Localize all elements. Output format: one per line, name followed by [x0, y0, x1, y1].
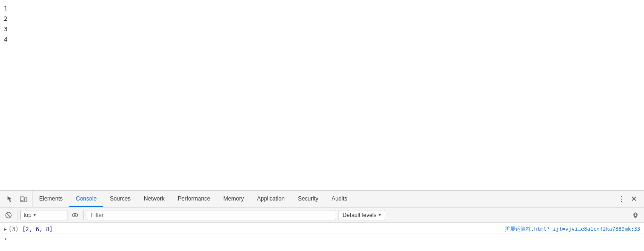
clear-console-icon — [5, 212, 12, 218]
tab-elements[interactable]: Elements — [33, 191, 69, 207]
toolbar-divider-1 — [17, 210, 17, 220]
log-text: (3) [2, 6, 8] — [8, 226, 505, 233]
close-devtools-button[interactable]: ✕ — [628, 193, 639, 205]
main-content: 1 2 3 4 — [0, 0, 644, 190]
eye-icon — [72, 212, 78, 218]
inspect-icon-button[interactable] — [5, 193, 16, 205]
devtools-panel: Elements Console Sources Network Perform… — [0, 190, 644, 251]
tab-sources[interactable]: Sources — [103, 191, 137, 207]
prompt-icon: › — [4, 235, 7, 242]
svg-rect-1 — [25, 198, 27, 201]
tab-performance[interactable]: Performance — [171, 191, 217, 207]
line-numbers: 1 2 3 4 — [4, 4, 8, 44]
svg-point-7 — [635, 214, 637, 216]
line-4: 4 — [4, 35, 8, 44]
levels-arrow-icon: ▾ — [379, 212, 381, 218]
line-1: 1 — [4, 4, 8, 13]
device-toggle-button[interactable] — [18, 193, 29, 205]
more-tabs-button[interactable]: ⋮ — [616, 193, 627, 205]
console-toolbar: top ▾ Default levels ▾ — [0, 208, 644, 223]
tab-network[interactable]: Network — [137, 191, 171, 207]
line-3: 3 — [4, 25, 8, 34]
levels-label: Default levels — [342, 212, 376, 218]
tabs-right: ⋮ ✕ — [613, 193, 642, 205]
console-settings-button[interactable] — [630, 209, 641, 221]
tab-memory[interactable]: Memory — [217, 191, 250, 207]
expand-arrow-icon[interactable]: ▶ — [4, 226, 7, 232]
tabs-bar: Elements Console Sources Network Perform… — [0, 191, 644, 208]
svg-line-4 — [7, 213, 10, 217]
tab-icons — [2, 191, 33, 207]
console-log-row[interactable]: ▶ (3) [2, 6, 8] 扩展运算符.html?_ijt=vjvi…e8a… — [0, 225, 644, 234]
console-prompt-row[interactable]: › — [0, 234, 644, 243]
context-arrow-icon: ▾ — [33, 212, 36, 218]
device-icon — [20, 195, 27, 203]
filter-input[interactable] — [87, 210, 336, 220]
toggle-show-network-button[interactable] — [69, 209, 81, 221]
clear-console-button[interactable] — [3, 209, 14, 221]
svg-point-6 — [74, 214, 76, 216]
tab-audits[interactable]: Audits — [325, 191, 354, 207]
line-2: 2 — [4, 14, 8, 24]
tab-application[interactable]: Application — [250, 191, 291, 207]
gear-icon — [632, 212, 639, 218]
console-output: ▶ (3) [2, 6, 8] 扩展运算符.html?_ijt=vjvi…e8a… — [0, 223, 644, 251]
more-tabs-icon: ⋮ — [618, 194, 625, 203]
close-icon: ✕ — [631, 194, 637, 203]
context-value: top — [24, 212, 32, 218]
inspect-icon — [7, 195, 14, 203]
tab-console[interactable]: Console — [69, 191, 103, 207]
tab-security[interactable]: Security — [291, 191, 325, 207]
log-source-link[interactable]: 扩展运算符.html?_ijt=vjvi…e8a1cnf2ka7889mk:33 — [505, 226, 640, 233]
context-selector[interactable]: top ▾ — [20, 210, 67, 220]
toolbar-divider-2 — [83, 210, 84, 220]
levels-selector[interactable]: Default levels ▾ — [338, 210, 385, 220]
tabs-list: Elements Console Sources Network Perform… — [33, 191, 613, 207]
